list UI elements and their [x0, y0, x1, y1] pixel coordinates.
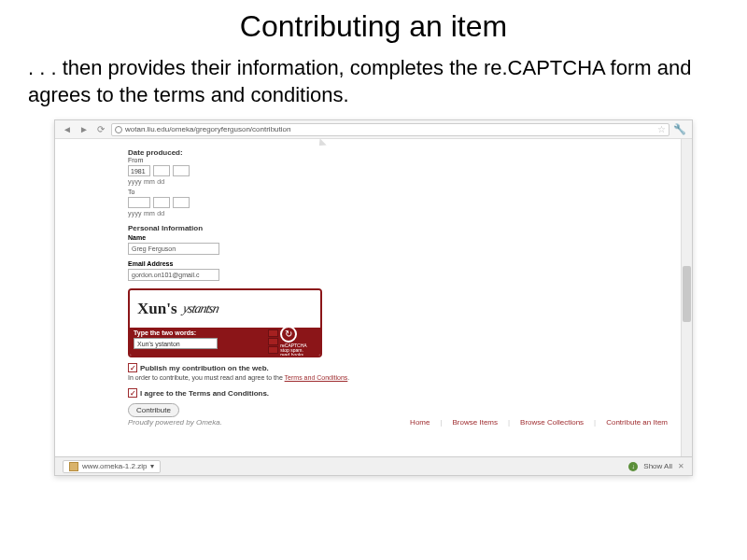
nav-browse-items[interactable]: Browse Items [449, 418, 501, 427]
bookmark-star-icon[interactable]: ☆ [657, 124, 666, 134]
globe-icon [115, 126, 122, 133]
contribution-form: Date produced: From 1981 yyyy mm dd To y… [128, 148, 692, 417]
close-download-bar[interactable]: ✕ [678, 462, 684, 470]
publish-checkbox[interactable]: ✓ [128, 363, 137, 372]
nav-contribute[interactable]: Contribute an Item [602, 418, 671, 427]
back-button[interactable]: ◄ [61, 123, 74, 136]
agree-label: I agree to the Terms and Conditions. [140, 389, 269, 398]
footer-nav: Home| Browse Items| Browse Collections| … [406, 418, 671, 427]
recaptcha-logo: ↻ reCAPTCHA stop spam. read books. [280, 326, 306, 357]
browser-window: ◄ ► ⟳ wotan.liu.edu/omeka/gregoryferguso… [54, 119, 693, 476]
captcha-help-button[interactable] [268, 346, 278, 354]
personal-info-header: Personal Information [128, 224, 692, 232]
recaptcha-widget: Xun's ystantsn Type the two words: Xun's… [128, 288, 322, 357]
download-filename: www.omeka-1.2.zip [82, 462, 147, 470]
name-label: Name [128, 234, 692, 241]
show-all-downloads[interactable]: Show All [643, 462, 672, 470]
date-hint: yyyy mm dd [128, 178, 692, 185]
captcha-input[interactable]: Xun's ystanton [134, 338, 218, 349]
to-month-input[interactable] [153, 197, 170, 208]
chevron-down-icon: ▾ [150, 462, 154, 470]
settings-wrench-icon[interactable]: 🔧 [673, 123, 686, 135]
name-input[interactable]: Greg Ferguson [128, 243, 219, 255]
to-year-input[interactable] [128, 197, 150, 208]
download-arrow-icon: ↓ [628, 462, 638, 471]
from-month-input[interactable] [153, 165, 170, 176]
terms-notice: In order to contribute, you must read an… [128, 374, 692, 381]
from-year-input[interactable]: 1981 [128, 165, 150, 176]
date-produced-label: Date produced: [128, 148, 692, 157]
captcha-audio-button[interactable] [268, 338, 278, 345]
browser-toolbar: ◄ ► ⟳ wotan.liu.edu/omeka/gregoryferguso… [55, 120, 692, 139]
slide-title: Contributing an item [0, 9, 747, 44]
reload-button[interactable]: ⟳ [94, 123, 107, 136]
forward-button[interactable]: ► [78, 123, 91, 136]
captcha-image: Xun's ystantsn [130, 290, 320, 328]
address-bar[interactable]: wotan.liu.edu/omeka/gregoryferguson/cont… [111, 123, 669, 136]
to-label: To [128, 189, 692, 195]
captcha-refresh-button[interactable] [268, 329, 278, 337]
contribute-button[interactable]: Contribute [128, 403, 179, 417]
email-input[interactable]: gordon.on101@gmail.c [128, 269, 219, 281]
nav-home[interactable]: Home [406, 418, 433, 427]
email-label: Email Address [128, 260, 692, 267]
captcha-word-2: ystantsn [181, 301, 219, 316]
scrollbar-thumb[interactable] [683, 266, 691, 322]
date-hint-2: yyyy mm dd [128, 210, 692, 217]
captcha-word-1: Xun's [137, 300, 177, 318]
from-day-input[interactable] [173, 165, 190, 176]
slide-body-text: . . . then provides their information, c… [0, 55, 747, 119]
download-bar: www.omeka-1.2.zip ▾ ↓ Show All ✕ [55, 456, 692, 475]
agree-checkbox[interactable]: ✓ [128, 388, 137, 398]
from-label: From [128, 157, 692, 163]
vertical-scrollbar[interactable] [681, 139, 692, 456]
page-content: Date produced: From 1981 yyyy mm dd To y… [55, 139, 692, 456]
to-day-input[interactable] [173, 197, 190, 208]
terms-link[interactable]: Terms and Conditions [285, 374, 348, 381]
zip-file-icon [69, 462, 78, 471]
download-item[interactable]: www.omeka-1.2.zip ▾ [63, 460, 161, 473]
powered-by: Proudly powered by Omeka. [128, 418, 406, 427]
url-text: wotan.liu.edu/omeka/gregoryferguson/cont… [125, 125, 290, 133]
captcha-prompt: Type the two words: [134, 329, 251, 336]
nav-browse-collections[interactable]: Browse Collections [516, 418, 587, 427]
publish-label: Publish my contribution on the web. [140, 364, 269, 372]
